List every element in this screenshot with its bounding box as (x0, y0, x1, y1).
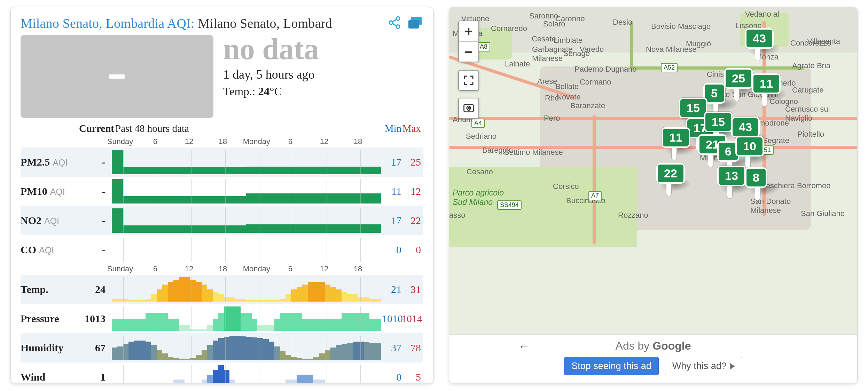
fullscreen-button[interactable] (458, 70, 479, 91)
row-current: - (79, 215, 112, 226)
city-label: asso (449, 211, 465, 220)
aqi-marker[interactable]: 22 (656, 163, 685, 196)
sparkline (112, 277, 382, 302)
aqi-marker[interactable]: 13 (717, 166, 746, 199)
ad-bar: ← Ads by Google Stop seeing this ad Why … (449, 334, 857, 383)
row-min: 1010 (382, 313, 401, 325)
city-label: Lainate (505, 59, 530, 69)
city-label: Settimo Milanese (504, 148, 563, 157)
sparkline (112, 306, 382, 331)
city-label: Rozzano (618, 211, 648, 220)
road-shield: SS494 (497, 200, 522, 210)
city-label: Corsico (553, 182, 579, 191)
col-max: Max (401, 123, 421, 134)
city-label: Carugate (792, 86, 824, 95)
time-tick: Monday (243, 264, 270, 273)
status-nodata: no data (223, 35, 319, 64)
city-label: Muggiò (686, 39, 711, 48)
map-panel[interactable]: Parco agricolo Sud Milano MagentaVittuon… (449, 7, 858, 383)
road-shield: A4 (471, 119, 485, 128)
time-tick: 18 (219, 137, 227, 146)
row-max: 31 (401, 284, 421, 295)
why-ad-button[interactable]: Why this ad? (665, 357, 742, 375)
aqi-marker[interactable]: 8 (745, 167, 767, 200)
road-shield: A52 (661, 63, 678, 72)
play-icon (730, 363, 735, 369)
row-label: COAQI (21, 244, 79, 256)
row-min: 0 (382, 244, 401, 256)
row-min: 11 (382, 185, 401, 197)
row-min: 21 (382, 284, 401, 295)
svg-rect-4 (408, 20, 419, 29)
city-label: Arese (537, 77, 557, 86)
title-line: Milano Senato, Lombardia AQI: Milano Sen… (21, 16, 423, 31)
row-current: - (79, 244, 112, 256)
park-label: Parco agricolo Sud Milano (453, 188, 504, 207)
svg-point-2 (396, 25, 400, 29)
row-pressure: Pressure101310101014 (21, 304, 423, 333)
row-max: 1014 (401, 313, 421, 325)
sparkline (112, 365, 382, 383)
city-label: Cormano (580, 78, 611, 87)
ad-back-icon[interactable]: ← (518, 340, 530, 353)
location-link[interactable]: Milano Senato, Lombardia (21, 16, 164, 31)
row-current: 1 (79, 371, 112, 383)
sparkline (112, 336, 382, 360)
row-current: 24 (79, 284, 112, 295)
col-past: Past 48 hours data (112, 123, 382, 134)
ads-by-label: Ads by Google (616, 340, 691, 352)
stop-ad-button[interactable]: Stop seeing this ad (564, 357, 659, 375)
city-label: Pioltello (797, 130, 824, 139)
city-label: Bollate (555, 82, 579, 91)
row-current: 67 (79, 342, 112, 354)
subtitle: Milano Senato, Lombard (198, 16, 332, 31)
row-max: 22 (401, 215, 421, 226)
time-tick: Sunday (107, 137, 133, 146)
city-label: San Giuliano (801, 209, 845, 218)
locate-button[interactable] (458, 98, 479, 119)
row-current: 1013 (79, 313, 112, 325)
city-label: Segrate (763, 136, 789, 145)
row-co: COAQI-00 (21, 235, 423, 264)
time-tick: 12 (185, 264, 193, 273)
city-label: Desio (613, 18, 632, 27)
row-label: PM10AQI (21, 185, 79, 197)
time-tick: 12 (320, 264, 328, 273)
row-max: 25 (401, 156, 421, 168)
time-tick: 18 (354, 137, 362, 146)
row-max: 5 (401, 371, 421, 383)
zoom-out-button[interactable]: − (459, 41, 478, 62)
row-current: - (79, 156, 112, 168)
col-current: Current (79, 123, 112, 134)
row-temp: Temp.242131 (21, 275, 423, 304)
zoom-in-button[interactable]: + (459, 21, 478, 41)
city-label: Limbiate (554, 36, 582, 45)
time-ago: 1 day, 5 hours ago (223, 67, 319, 82)
sparkline (112, 208, 382, 233)
road-shield: A7 (588, 191, 602, 200)
time-tick: 18 (354, 264, 362, 273)
row-humidity: Humidity673778 (21, 333, 423, 362)
city-label: Sedriano (466, 132, 496, 141)
aqi-marker[interactable]: 25 (724, 68, 753, 101)
sparkline (112, 150, 382, 174)
aqi-marker[interactable]: 10 (735, 136, 764, 169)
zoom-control[interactable]: + − (458, 21, 479, 62)
svg-point-6 (468, 107, 469, 109)
svg-point-0 (389, 21, 393, 24)
city-label: Novate (556, 93, 581, 102)
row-max: 12 (401, 185, 421, 197)
windows-icon[interactable] (407, 15, 423, 30)
row-label: Humidity (21, 342, 79, 354)
pollutant-table: Current Past 48 hours data Min Max Sunda… (21, 123, 423, 383)
aqi-marker[interactable]: 11 (662, 127, 690, 160)
row-label: Temp. (21, 284, 79, 295)
row-min: 17 (382, 156, 401, 168)
aqi-marker[interactable]: 11 (752, 73, 781, 106)
svg-point-1 (396, 17, 400, 20)
time-tick: Sunday (107, 264, 133, 273)
share-icon[interactable] (386, 15, 402, 30)
city-label: Varedo (580, 45, 604, 54)
map-canvas[interactable]: Parco agricolo Sud Milano MagentaVittuon… (449, 7, 857, 383)
aqi-marker[interactable]: 43 (745, 28, 774, 61)
